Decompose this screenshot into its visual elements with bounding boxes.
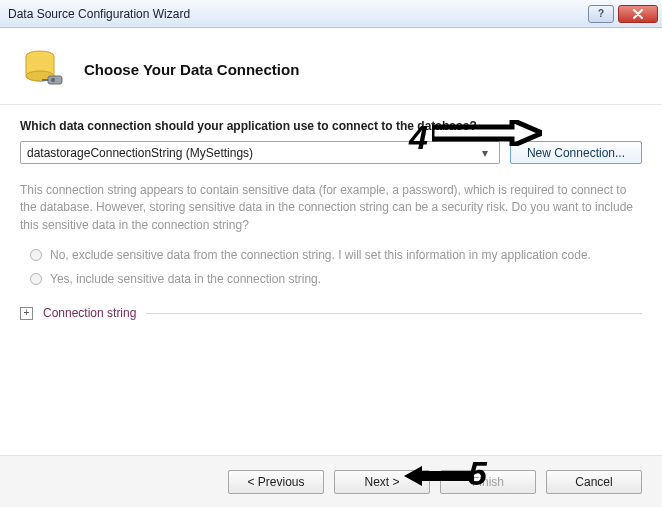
previous-button[interactable]: < Previous bbox=[228, 470, 324, 494]
svg-point-3 bbox=[51, 78, 55, 82]
wizard-header: Choose Your Data Connection bbox=[0, 28, 662, 105]
radio-exclude-label: No, exclude sensitive data from the conn… bbox=[50, 248, 591, 262]
divider bbox=[146, 313, 642, 314]
new-connection-button[interactable]: New Connection... bbox=[510, 141, 642, 164]
chevron-down-icon: ▾ bbox=[477, 146, 493, 160]
wizard-footer: < Previous Next > Finish Cancel bbox=[0, 455, 662, 507]
connection-string-expander[interactable]: + Connection string bbox=[20, 306, 642, 320]
next-button[interactable]: Next > bbox=[334, 470, 430, 494]
help-button[interactable]: ? bbox=[588, 5, 614, 23]
expander-label: Connection string bbox=[43, 306, 136, 320]
finish-button: Finish bbox=[440, 470, 536, 494]
radio-icon bbox=[30, 273, 42, 285]
wizard-body: Which data connection should your applic… bbox=[0, 105, 662, 320]
connection-dropdown[interactable]: datastorageConnectionString (MySettings)… bbox=[20, 141, 500, 164]
cancel-button[interactable]: Cancel bbox=[546, 470, 642, 494]
sensitive-data-info: This connection string appears to contai… bbox=[20, 182, 642, 234]
close-icon bbox=[632, 9, 644, 19]
radio-exclude-sensitive: No, exclude sensitive data from the conn… bbox=[30, 248, 642, 262]
window-title: Data Source Configuration Wizard bbox=[8, 7, 190, 21]
sensitive-data-radios: No, exclude sensitive data from the conn… bbox=[20, 248, 642, 286]
close-button[interactable] bbox=[618, 5, 658, 23]
radio-include-label: Yes, include sensitive data in the conne… bbox=[50, 272, 321, 286]
connection-prompt: Which data connection should your applic… bbox=[20, 119, 642, 133]
radio-include-sensitive: Yes, include sensitive data in the conne… bbox=[30, 272, 642, 286]
database-icon bbox=[20, 46, 66, 92]
titlebar: Data Source Configuration Wizard ? bbox=[0, 0, 662, 28]
radio-icon bbox=[30, 249, 42, 261]
plus-icon: + bbox=[20, 307, 33, 320]
connection-selected-value: datastorageConnectionString (MySettings) bbox=[27, 146, 253, 160]
wizard-heading: Choose Your Data Connection bbox=[84, 61, 299, 78]
connection-row: datastorageConnectionString (MySettings)… bbox=[20, 141, 642, 164]
window-controls: ? bbox=[588, 5, 658, 23]
